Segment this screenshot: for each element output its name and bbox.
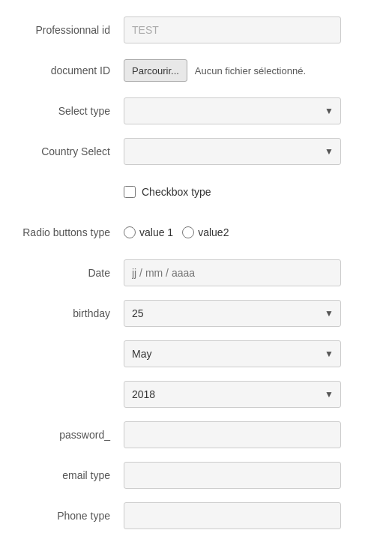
browse-button[interactable]: Parcourir... <box>124 59 187 82</box>
phone-label: Phone type <box>7 510 124 522</box>
email-input[interactable] <box>124 462 341 489</box>
document-id-label: document ID <box>7 64 124 76</box>
birthday-day-select[interactable]: 25 <box>124 300 341 327</box>
professional-id-value: TEST <box>124 16 341 43</box>
select-type-input[interactable] <box>124 97 341 124</box>
radio-buttons-row: Radio buttons type value 1 value2 <box>7 217 385 247</box>
checkbox-wrapper: Checkbox type <box>124 186 341 198</box>
password-label: password_ <box>7 429 124 441</box>
document-id-row: document ID Parcourir... Aucun fichier s… <box>7 55 385 85</box>
email-row: email type <box>7 460 385 490</box>
checkbox-row: Checkbox type <box>7 177 385 207</box>
radio-label-1[interactable]: value 1 <box>139 226 173 238</box>
radio-input-1[interactable] <box>124 226 136 238</box>
birthday-label: birthday <box>7 307 124 319</box>
select-type-row: Select type ▼ <box>7 96 385 126</box>
form-container: Professionnal id TEST document ID Parcou… <box>7 15 385 531</box>
date-input[interactable] <box>124 259 341 286</box>
password-input[interactable] <box>124 421 341 448</box>
select-type-label: Select type <box>7 105 124 117</box>
radio-input-2[interactable] <box>182 226 194 238</box>
select-type-wrapper: ▼ <box>124 97 341 124</box>
birthday-year-select[interactable]: 2018 <box>124 381 341 408</box>
country-select-label: Country Select <box>7 145 124 157</box>
country-select-row: Country Select ▼ <box>7 136 385 166</box>
radio-label-2[interactable]: value2 <box>198 226 229 238</box>
country-select-input[interactable] <box>124 138 341 165</box>
radio-buttons-label: Radio buttons type <box>7 226 124 238</box>
birthday-day-row: birthday 25 ▼ <box>7 298 385 328</box>
birthday-month-wrapper: May ▼ <box>124 340 341 367</box>
file-input-wrapper: Parcourir... Aucun fichier sélectionné. <box>124 59 356 82</box>
checkbox-input[interactable] <box>124 186 136 198</box>
checkbox-type-label[interactable]: Checkbox type <box>142 186 211 198</box>
email-label: email type <box>7 469 124 481</box>
birthday-month-select[interactable]: May <box>124 340 341 367</box>
no-file-label: Aucun fichier sélectionné. <box>195 65 306 76</box>
birthday-year-wrapper: 2018 ▼ <box>124 381 341 408</box>
radio-option-1: value 1 <box>124 226 173 238</box>
professional-id-label: Professionnal id <box>7 24 124 36</box>
birthday-year-row: 2018 ▼ <box>7 379 385 409</box>
phone-row: Phone type <box>7 501 385 531</box>
radio-wrapper: value 1 value2 <box>124 226 341 238</box>
phone-input[interactable] <box>124 502 341 529</box>
country-select-wrapper: ▼ <box>124 138 341 165</box>
birthday-month-row: May ▼ <box>7 339 385 369</box>
password-row: password_ <box>7 420 385 450</box>
birthday-day-wrapper: 25 ▼ <box>124 300 341 327</box>
radio-option-2: value2 <box>182 226 229 238</box>
date-label: Date <box>7 267 124 279</box>
date-row: Date <box>7 258 385 288</box>
professional-id-row: Professionnal id TEST <box>7 15 385 45</box>
